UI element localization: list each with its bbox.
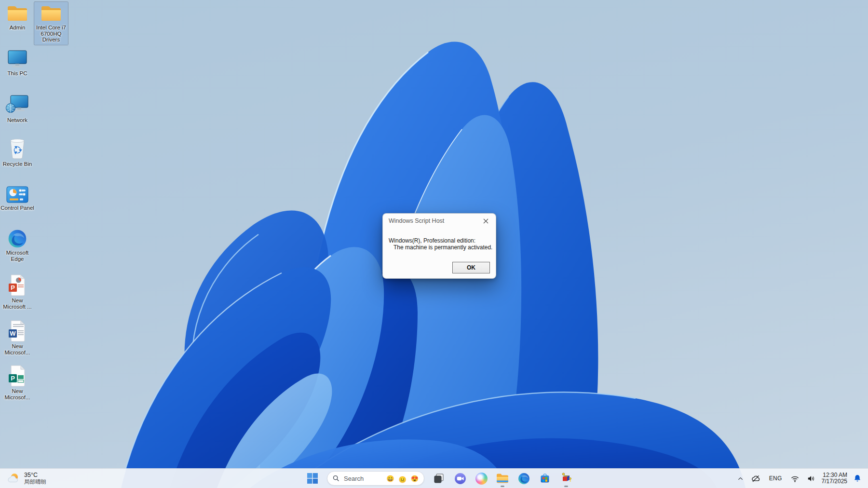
desktop-icon-label: New Microsoft ... [3, 298, 31, 310]
desktop-icon-label: New Microsof... [4, 388, 30, 400]
taskbar-app-edge[interactable] [514, 469, 533, 488]
taskbar-app-file-explorer[interactable] [493, 469, 512, 488]
desktop-icon-label: Recycle Bin [3, 161, 32, 167]
dialog-message-line1: Windows(R), Professional edition: [389, 238, 492, 244]
start-button[interactable] [303, 469, 322, 488]
red-cube-key-icon [560, 472, 572, 485]
edge-icon [8, 229, 27, 248]
windows-desktop: Admin Intel Core i7 6700HQ Drivers This … [0, 0, 868, 488]
desktop-icon-label: Admin [10, 25, 26, 31]
svg-text:P: P [11, 284, 15, 291]
emoji-heart-eyes-icon: 😍 [411, 475, 419, 482]
desktop-icon-this-pc[interactable]: This PC [0, 49, 34, 77]
sun-cloud-icon [7, 472, 20, 485]
desktop-icon-new-powerpoint[interactable]: P New Microsoft ... [0, 273, 34, 310]
language-indicator[interactable]: ENG [767, 471, 785, 486]
microsoft-store-icon [539, 473, 551, 484]
taskbar-app-microsoft-store[interactable] [535, 469, 555, 488]
clock[interactable]: 12:30 AM 7/17/2025 [822, 472, 847, 485]
wifi-icon [790, 474, 800, 483]
powerpoint-file-icon: P [8, 274, 27, 296]
computer-icon [6, 50, 28, 69]
running-indicator [501, 486, 504, 487]
dialog-message: Windows(R), Professional edition: The ma… [389, 238, 492, 251]
recycle-bin-icon [8, 137, 27, 160]
windows-start-icon [307, 473, 318, 484]
cloud-off-icon [751, 474, 761, 484]
search-icon [333, 475, 339, 482]
desktop-icon-recycle-bin[interactable]: Recycle Bin [0, 136, 34, 167]
dialog-message-line2: The machine is permanently activated. [393, 244, 492, 251]
network-icon [5, 95, 29, 116]
chevron-up-icon [737, 475, 744, 482]
copilot-icon [475, 473, 488, 485]
folder-icon [40, 4, 62, 23]
taskbar-app-task-view[interactable] [429, 469, 448, 488]
weather-widget[interactable]: 35°C 局部晴朗 [2, 469, 51, 488]
windows-script-host-dialog: Windows Script Host Windows(R), Professi… [382, 213, 496, 279]
weather-temperature: 35°C [24, 472, 46, 478]
desktop-icon-label: This PC [8, 70, 27, 77]
taskbar-app-activation-tool[interactable] [556, 469, 576, 488]
control-panel-icon [6, 186, 28, 203]
desktop-icon-new-word[interactable]: W New Microsof... [0, 319, 34, 355]
notifications-button[interactable] [852, 471, 863, 486]
desktop-icon-label: Network [7, 117, 27, 123]
close-icon[interactable] [481, 217, 490, 225]
bell-icon [853, 474, 862, 483]
desktop-icon-label: Control Panel [0, 205, 34, 211]
desktop-icon-microsoft-edge[interactable]: Microsoft Edge [0, 228, 34, 262]
desktop-icon-control-panel[interactable]: Control Panel [0, 185, 34, 211]
task-view-icon [433, 473, 445, 484]
weather-condition: 局部晴朗 [24, 478, 46, 485]
folder-icon [6, 4, 28, 23]
search-box[interactable]: Search 😄 😐 😍 [327, 471, 424, 486]
desktop-icon-network[interactable]: Network [0, 94, 34, 123]
onedrive-status-button[interactable] [749, 471, 762, 486]
network-status-button[interactable] [789, 471, 801, 486]
emoji-neutral-icon: 😐 [399, 476, 407, 483]
file-explorer-icon [496, 473, 509, 484]
hidden-icons-button[interactable] [736, 471, 745, 486]
dialog-titlebar[interactable]: Windows Script Host [383, 214, 496, 228]
desktop-icon-label: Intel Core i7 6700HQ Drivers [36, 25, 66, 43]
desktop-icon-new-publisher[interactable]: P New Microsof... [0, 364, 34, 400]
desktop-icon-admin[interactable]: Admin [0, 3, 34, 31]
volume-button[interactable] [805, 471, 817, 486]
taskbar: 35°C 局部晴朗 Search 😄 😐 [0, 468, 868, 488]
taskbar-app-chat[interactable] [450, 469, 470, 488]
publisher-file-icon: P [8, 365, 27, 387]
emoji-grinning-icon: 😄 [386, 475, 394, 482]
taskbar-app-copilot[interactable] [472, 469, 491, 488]
tray-time: 12:30 AM [822, 472, 847, 479]
edge-icon [518, 473, 530, 485]
tray-date: 7/17/2025 [822, 478, 847, 485]
desktop-icon-label: Microsoft Edge [6, 250, 29, 262]
desktop-icon-intel-drivers[interactable]: Intel Core i7 6700HQ Drivers [34, 2, 68, 45]
ok-button[interactable]: OK [452, 262, 490, 273]
speaker-icon [807, 474, 816, 483]
svg-text:W: W [10, 330, 16, 337]
desktop-icon-label: New Microsof... [4, 343, 30, 355]
chat-icon [454, 473, 466, 485]
search-placeholder: Search [344, 475, 382, 482]
word-file-icon: W [8, 320, 27, 342]
svg-text:P: P [11, 375, 15, 382]
dialog-title: Windows Script Host [389, 217, 481, 224]
running-indicator [564, 486, 568, 487]
